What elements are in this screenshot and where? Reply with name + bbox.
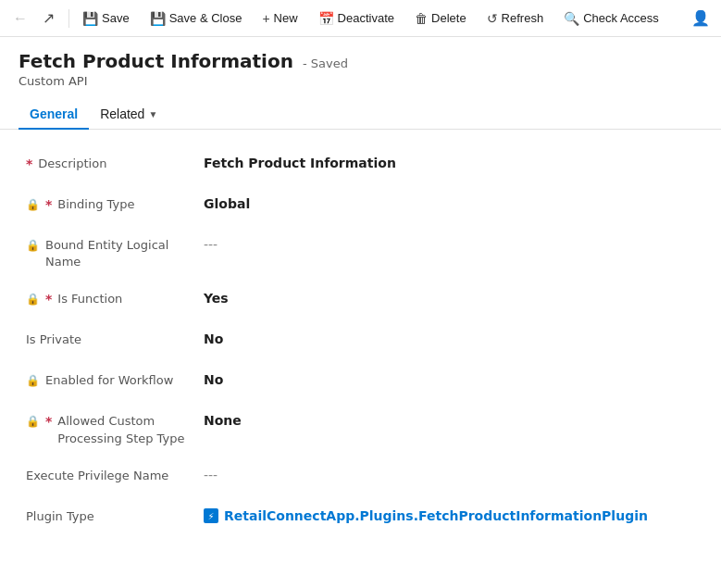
label-text-is_private: Is Private bbox=[26, 332, 204, 348]
field-row-binding_type: 🔒*Binding TypeGlobal bbox=[19, 185, 702, 226]
field-label-enabled_for_workflow: 🔒Enabled for Workflow bbox=[19, 370, 204, 389]
field-value-text-plugin_type: RetailConnectApp.Plugins.FetchProductInf… bbox=[224, 508, 648, 523]
field-value-plugin_type[interactable]: RetailConnectApp.Plugins.FetchProductInf… bbox=[204, 507, 702, 523]
lock-icon: 🔒 bbox=[26, 414, 40, 430]
field-value-bound_entity_logical_name: --- bbox=[204, 235, 702, 252]
field-label-is_private: Is Private bbox=[19, 330, 204, 348]
tabs-bar: General Related ▼ bbox=[0, 99, 721, 130]
saved-status: - Saved bbox=[303, 56, 348, 70]
lock-icon: 🔒 bbox=[26, 373, 40, 389]
new-label: New bbox=[274, 11, 298, 25]
page-header: Fetch Product Information - Saved Custom… bbox=[0, 37, 721, 88]
check-access-icon: 🔍 bbox=[564, 11, 579, 26]
delete-icon: 🗑 bbox=[415, 11, 428, 26]
label-text-is_function: Is Function bbox=[57, 291, 204, 307]
field-row-enabled_for_workflow: 🔒Enabled for WorkflowNo bbox=[19, 361, 702, 402]
save-button[interactable]: 💾 Save bbox=[73, 5, 139, 32]
user-profile-button[interactable]: 👤 bbox=[688, 6, 714, 31]
field-row-bound_entity_logical_name: 🔒Bound Entity Logical Name--- bbox=[19, 226, 702, 280]
field-label-is_function: 🔒*Is Function bbox=[19, 289, 204, 309]
check-access-label: Check Access bbox=[583, 11, 659, 25]
delete-label: Delete bbox=[431, 11, 466, 25]
label-text-plugin_type: Plugin Type bbox=[26, 508, 204, 525]
refresh-button[interactable]: ↺ Refresh bbox=[478, 5, 553, 32]
lock-icon: 🔒 bbox=[26, 197, 40, 213]
field-label-binding_type: 🔒*Binding Type bbox=[19, 194, 204, 215]
save-icon: 💾 bbox=[82, 11, 98, 26]
page-subtitle: Custom API bbox=[19, 74, 702, 88]
new-icon: + bbox=[262, 11, 269, 26]
page-title-row: Fetch Product Information - Saved bbox=[19, 50, 702, 72]
nav-buttons: ← ↗ bbox=[7, 6, 61, 31]
refresh-icon: ↺ bbox=[487, 11, 498, 26]
toolbar-separator-1 bbox=[68, 9, 69, 28]
forward-button[interactable]: ↗ bbox=[35, 6, 61, 31]
user-icon: 👤 bbox=[691, 9, 710, 27]
back-button[interactable]: ← bbox=[7, 6, 33, 31]
required-indicator-is_function: * bbox=[45, 291, 52, 309]
field-label-execute_privilege_name: Execute Privilege Name bbox=[19, 466, 204, 484]
field-label-description: *Description bbox=[19, 154, 204, 174]
label-text-enabled_for_workflow: Enabled for Workflow bbox=[45, 372, 204, 389]
field-value-execute_privilege_name: --- bbox=[204, 466, 702, 482]
tab-general-label: General bbox=[30, 106, 78, 121]
field-row-allowed_custom_processing_step_type: 🔒*Allowed Custom Processing Step TypeNon… bbox=[19, 402, 702, 456]
page-title: Fetch Product Information bbox=[19, 50, 293, 72]
save-label: Save bbox=[102, 11, 130, 25]
required-indicator-binding_type: * bbox=[45, 196, 52, 215]
field-value-description: Fetch Product Information bbox=[204, 154, 702, 170]
toolbar: ← ↗ 💾 Save 💾 Save & Close + New 📅 Deacti… bbox=[0, 0, 721, 37]
field-row-execute_privilege_name: Execute Privilege Name--- bbox=[19, 457, 702, 497]
deactivate-icon: 📅 bbox=[318, 11, 334, 26]
label-text-bound_entity_logical_name: Bound Entity Logical Name bbox=[45, 237, 204, 270]
label-text-binding_type: Binding Type bbox=[57, 196, 204, 213]
field-value-is_private: No bbox=[204, 330, 702, 346]
field-value-is_function: Yes bbox=[204, 289, 702, 306]
tab-general[interactable]: General bbox=[19, 99, 89, 129]
field-row-is_function: 🔒*Is FunctionYes bbox=[19, 280, 702, 320]
refresh-label: Refresh bbox=[502, 11, 544, 25]
save-close-button[interactable]: 💾 Save & Close bbox=[141, 5, 252, 32]
label-text-description: Description bbox=[38, 156, 204, 172]
delete-button[interactable]: 🗑 Delete bbox=[405, 5, 476, 32]
required-indicator-description: * bbox=[26, 156, 32, 174]
chevron-down-icon: ▼ bbox=[148, 109, 157, 119]
required-indicator-allowed_custom_processing_step_type: * bbox=[45, 413, 52, 432]
form-content: *DescriptionFetch Product Information🔒*B… bbox=[0, 130, 721, 553]
field-value-allowed_custom_processing_step_type: None bbox=[204, 411, 702, 428]
tab-related-label: Related bbox=[100, 106, 144, 121]
new-button[interactable]: + New bbox=[253, 5, 306, 32]
check-access-button[interactable]: 🔍 Check Access bbox=[554, 5, 668, 32]
field-label-allowed_custom_processing_step_type: 🔒*Allowed Custom Processing Step Type bbox=[19, 411, 204, 446]
field-label-bound_entity_logical_name: 🔒Bound Entity Logical Name bbox=[19, 235, 204, 270]
deactivate-button[interactable]: 📅 Deactivate bbox=[309, 5, 404, 32]
deactivate-label: Deactivate bbox=[338, 11, 394, 25]
label-text-execute_privilege_name: Execute Privilege Name bbox=[26, 468, 204, 484]
save-close-label: Save & Close bbox=[169, 11, 242, 25]
save-close-icon: 💾 bbox=[150, 11, 166, 26]
field-label-plugin_type: Plugin Type bbox=[19, 507, 204, 525]
field-row-is_private: Is PrivateNo bbox=[19, 320, 702, 361]
field-row-plugin_type: Plugin TypeRetailConnectApp.Plugins.Fetc… bbox=[19, 497, 702, 538]
label-text-allowed_custom_processing_step_type: Allowed Custom Processing Step Type bbox=[57, 413, 204, 446]
field-row-description: *DescriptionFetch Product Information bbox=[19, 144, 702, 185]
plugin-type-icon bbox=[204, 508, 218, 523]
tab-related[interactable]: Related ▼ bbox=[89, 99, 168, 129]
lock-icon: 🔒 bbox=[26, 292, 40, 307]
lock-icon: 🔒 bbox=[26, 238, 40, 254]
field-value-binding_type: Global bbox=[204, 194, 702, 211]
field-value-enabled_for_workflow: No bbox=[204, 370, 702, 387]
